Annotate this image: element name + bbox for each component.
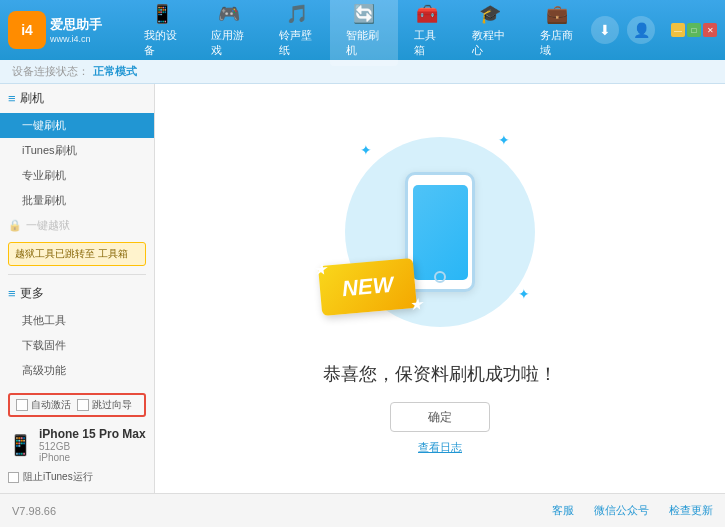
status-label: 设备连接状态： — [12, 64, 89, 79]
footer-wechat[interactable]: 微信公众号 — [594, 503, 649, 518]
itunes-row: 阻止iTunes运行 — [8, 467, 146, 487]
sidebar: ≡ 刷机 一键刷机 iTunes刷机 专业刷机 批量刷机 🔒 一键越狱 越狱工具… — [0, 84, 155, 493]
jailbreak-disabled: 🔒 一键越狱 — [0, 213, 154, 238]
logo-icon: i4 — [8, 11, 46, 49]
maximize-button[interactable]: □ — [687, 23, 701, 37]
confirm-button[interactable]: 确定 — [390, 402, 490, 432]
tutorials-icon: 🎓 — [479, 3, 501, 25]
nav-bar: 📱 我的设备 🎮 应用游戏 🎵 铃声壁纸 🔄 智能刷机 🧰 工具箱 🎓 教程中心… — [128, 0, 591, 66]
device-storage: 512GB — [39, 441, 146, 452]
footer-check-update[interactable]: 检查更新 — [669, 503, 713, 518]
itunes-checkbox[interactable] — [8, 472, 19, 483]
guide-restore-check[interactable] — [77, 399, 89, 411]
sidebar-item-advanced[interactable]: 高级功能 — [0, 358, 154, 383]
device-name: iPhone 15 Pro Max — [39, 427, 146, 441]
new-banner: NEW — [318, 258, 417, 316]
device-details: iPhone 15 Pro Max 512GB iPhone — [39, 427, 146, 463]
sidebar-item-other-tools[interactable]: 其他工具 — [0, 308, 154, 333]
warning-box: 越狱工具已跳转至 工具箱 — [8, 242, 146, 266]
more-section-icon: ≡ — [8, 286, 16, 301]
flash-icon: 🔄 — [353, 3, 375, 25]
sidebar-item-batch[interactable]: 批量刷机 — [0, 188, 154, 213]
view-log-link[interactable]: 查看日志 — [418, 440, 462, 455]
sidebar-item-itunes[interactable]: iTunes刷机 — [0, 138, 154, 163]
sparkle-3: ✦ — [518, 286, 530, 302]
guide-restore-checkbox[interactable]: 跳过向导 — [77, 398, 132, 412]
phone-body — [405, 172, 475, 292]
window-controls: — □ ✕ — [671, 23, 717, 37]
auto-activate-checkbox[interactable]: 自动激活 — [16, 398, 71, 412]
itunes-label: 阻止iTunes运行 — [23, 470, 93, 484]
sparkle-2: ✦ — [498, 132, 510, 148]
nav-ringtones[interactable]: 🎵 铃声壁纸 — [263, 0, 330, 66]
service-icon: 💼 — [546, 3, 568, 25]
site-url: www.i4.cn — [50, 34, 102, 44]
device-type: iPhone — [39, 452, 146, 463]
more-section-label: 更多 — [20, 285, 44, 302]
auto-activate-row: 自动激活 跳过向导 — [8, 393, 146, 417]
nav-toolbox[interactable]: 🧰 工具箱 — [398, 0, 457, 66]
content-area: ✦ ✦ ✦ NEW 恭喜您，保资料刷机成功啦！ 确定 查看日志 — [155, 84, 725, 493]
ringtones-icon: 🎵 — [286, 3, 308, 25]
main-layout: ≡ 刷机 一键刷机 iTunes刷机 专业刷机 批量刷机 🔒 一键越狱 越狱工具… — [0, 84, 725, 493]
footer-customer-service[interactable]: 客服 — [552, 503, 574, 518]
sidebar-item-pro[interactable]: 专业刷机 — [0, 163, 154, 188]
logo-text: 爱思助手 www.i4.cn — [50, 16, 102, 44]
download-button[interactable]: ⬇ — [591, 16, 619, 44]
logo-area: i4 爱思助手 www.i4.cn — [8, 11, 128, 49]
status-value: 正常模式 — [93, 64, 137, 79]
success-text: 恭喜您，保资料刷机成功啦！ — [323, 362, 557, 386]
close-button[interactable]: ✕ — [703, 23, 717, 37]
lock-icon: 🔒 — [8, 219, 22, 232]
auto-activate-check[interactable] — [16, 399, 28, 411]
nav-service[interactable]: 💼 务店商域 — [524, 0, 591, 66]
user-button[interactable]: 👤 — [627, 16, 655, 44]
nav-smart-flash[interactable]: 🔄 智能刷机 — [330, 0, 397, 66]
sidebar-bottom: 自动激活 跳过向导 📱 iPhone 15 Pro Max 512GB iPho… — [0, 387, 154, 493]
sidebar-item-one-click[interactable]: 一键刷机 — [0, 113, 154, 138]
phone-home-button — [434, 271, 446, 283]
nav-apps-games[interactable]: 🎮 应用游戏 — [195, 0, 262, 66]
flash-section-label: 刷机 — [20, 90, 44, 107]
device-phone-icon: 📱 — [8, 433, 33, 457]
version: V7.98.66 — [12, 505, 56, 517]
brand-name: 爱思助手 — [50, 16, 102, 34]
sidebar-item-download-firmware[interactable]: 下载固件 — [0, 333, 154, 358]
header-right: ⬇ 👤 — □ ✕ — [591, 16, 717, 44]
device-info: 📱 iPhone 15 Pro Max 512GB iPhone — [8, 423, 146, 467]
phone-screen — [413, 185, 468, 280]
phone-illustration: ✦ ✦ ✦ NEW — [330, 122, 550, 342]
device-icon: 📱 — [151, 3, 173, 25]
flash-section-header: ≡ 刷机 — [0, 84, 154, 113]
app-header: i4 爱思助手 www.i4.cn 📱 我的设备 🎮 应用游戏 🎵 铃声壁纸 🔄… — [0, 0, 725, 60]
sparkle-1: ✦ — [360, 142, 372, 158]
apps-icon: 🎮 — [218, 3, 240, 25]
divider-1 — [8, 274, 146, 275]
flash-section-icon: ≡ — [8, 91, 16, 106]
nav-my-device[interactable]: 📱 我的设备 — [128, 0, 195, 66]
more-section-header: ≡ 更多 — [0, 279, 154, 308]
toolbox-icon: 🧰 — [416, 3, 438, 25]
footer: V7.98.66 客服 微信公众号 检查更新 — [0, 493, 725, 527]
nav-tutorials[interactable]: 🎓 教程中心 — [456, 0, 523, 66]
minimize-button[interactable]: — — [671, 23, 685, 37]
